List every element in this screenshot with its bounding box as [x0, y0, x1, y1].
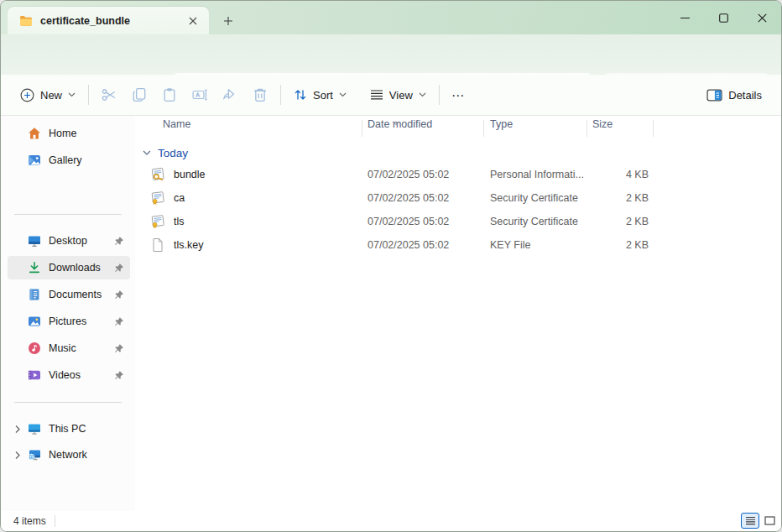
details-pane-button[interactable]: Details — [699, 81, 769, 109]
details-view-toggle[interactable] — [741, 513, 759, 529]
sidebar-item-label: Documents — [49, 289, 113, 300]
sidebar-item-pictures[interactable]: Pictures — [8, 310, 130, 333]
copy-icon — [132, 87, 147, 102]
sidebar-divider — [14, 214, 122, 215]
file-size: 4 KB — [554, 169, 649, 180]
file-name: tls.key — [174, 239, 203, 251]
sidebar-item-label: Network — [49, 449, 130, 461]
plus-circle-icon — [20, 88, 34, 102]
view-button[interactable]: View — [362, 81, 434, 109]
tab-close-icon[interactable] — [184, 12, 202, 30]
pin-icon[interactable] — [113, 289, 127, 300]
sort-icon — [294, 88, 307, 102]
details-view-icon — [745, 516, 756, 525]
item-count: 4 items — [13, 515, 46, 527]
minimize-button[interactable] — [665, 1, 704, 34]
file-name: bundle — [174, 169, 206, 180]
new-button-label: New — [40, 89, 62, 102]
pin-icon[interactable] — [113, 343, 127, 354]
sidebar-divider — [14, 402, 122, 403]
file-date-modified: 07/02/2025 05:02 — [368, 169, 449, 180]
sidebar-item-this-pc[interactable]: This PC — [8, 417, 130, 441]
sidebar-item-downloads[interactable]: Downloads — [8, 256, 130, 279]
caption-buttons — [665, 1, 781, 34]
tab-certificate-bundle[interactable]: certificate_bundle — [8, 7, 209, 34]
sort-descending-icon — [392, 114, 400, 129]
large-icons-view-toggle[interactable] — [760, 513, 779, 529]
this-pc-icon — [28, 422, 41, 436]
sidebar-item-label: Videos — [49, 369, 113, 381]
sidebar-item-label: Pictures — [49, 316, 113, 327]
chevron-down-icon — [143, 150, 151, 156]
videos-icon — [28, 368, 41, 382]
maximize-button[interactable] — [704, 1, 743, 34]
address-row: Downloads certificate_bundle — [1, 34, 781, 75]
copy-button[interactable] — [124, 81, 154, 109]
column-header-type[interactable]: Type — [490, 118, 513, 138]
sidebar-item-network[interactable]: Network — [8, 443, 130, 467]
downloads-icon — [28, 261, 41, 274]
see-more-button[interactable]: … — [445, 81, 472, 109]
new-tab-button[interactable] — [217, 10, 239, 32]
column-divider[interactable] — [483, 120, 484, 137]
expand-chevron-icon[interactable] — [8, 451, 28, 460]
status-divider — [55, 515, 55, 527]
home-icon — [28, 127, 41, 140]
file-row-tls-key[interactable]: tls.key 07/02/2025 05:02 KEY File 2 KB — [138, 233, 665, 257]
toolbar-divider — [88, 85, 89, 105]
cut-icon — [102, 87, 117, 102]
pictures-icon — [28, 315, 41, 328]
sidebar-item-videos[interactable]: Videos — [8, 363, 130, 387]
delete-button[interactable] — [245, 81, 275, 109]
column-divider[interactable] — [586, 120, 587, 137]
view-button-label: View — [389, 89, 413, 102]
file-name: ca — [174, 192, 185, 204]
navigation-pane: Home Gallery Desktop Downloads — [1, 116, 135, 511]
file-row-ca[interactable]: ca 07/02/2025 05:02 Security Certificate… — [138, 186, 665, 210]
paste-button[interactable] — [154, 81, 185, 109]
pfx-certificate-file-icon — [150, 167, 165, 182]
network-icon — [28, 448, 41, 462]
sidebar-item-label: Music — [49, 342, 113, 354]
pin-icon[interactable] — [113, 316, 127, 327]
pin-icon[interactable] — [113, 236, 127, 247]
pin-icon[interactable] — [113, 263, 127, 274]
column-header-name[interactable]: Name — [163, 118, 190, 138]
sidebar-item-gallery[interactable]: Gallery — [8, 149, 130, 172]
expand-chevron-icon[interactable] — [8, 425, 28, 434]
documents-icon — [28, 288, 41, 301]
view-icon — [370, 89, 383, 101]
file-date-modified: 07/02/2025 05:02 — [368, 239, 449, 251]
sort-button-label: Sort — [313, 89, 333, 102]
column-divider[interactable] — [362, 120, 362, 137]
group-header-today[interactable]: Today — [138, 142, 188, 164]
sidebar-item-desktop[interactable]: Desktop — [8, 229, 130, 253]
pin-icon[interactable] — [113, 370, 127, 381]
cut-button[interactable] — [94, 81, 124, 109]
new-button[interactable]: New — [13, 81, 83, 109]
sidebar-item-home[interactable]: Home — [8, 122, 130, 145]
file-row-bundle[interactable]: bundle 07/02/2025 05:02 Personal Informa… — [138, 163, 665, 186]
toolbar-divider — [439, 85, 440, 105]
sidebar-item-documents[interactable]: Documents — [8, 283, 130, 306]
column-header-size[interactable]: Size — [592, 118, 613, 138]
sidebar-item-label: Desktop — [49, 235, 113, 247]
close-button[interactable] — [743, 1, 781, 34]
file-row-tls[interactable]: tls 07/02/2025 05:02 Security Certificat… — [138, 210, 665, 233]
file-name: tls — [174, 216, 185, 227]
details-button-label: Details — [728, 89, 762, 102]
toolbar: New Sort — [1, 75, 781, 116]
titlebar: certificate_bundle — [1, 1, 781, 34]
sidebar-item-music[interactable]: Music — [8, 336, 130, 360]
details-pane-icon — [706, 89, 722, 102]
ellipsis-icon: … — [451, 85, 466, 100]
file-date-modified: 07/02/2025 05:02 — [368, 216, 449, 227]
rename-icon — [192, 87, 207, 102]
column-divider[interactable] — [653, 120, 654, 137]
file-explorer-window: certificate_bundle — [0, 0, 782, 532]
rename-button[interactable] — [185, 81, 215, 109]
toolbar-divider — [280, 85, 281, 105]
share-button[interactable] — [215, 81, 245, 109]
security-certificate-file-icon — [150, 214, 165, 229]
sort-button[interactable]: Sort — [286, 81, 354, 109]
